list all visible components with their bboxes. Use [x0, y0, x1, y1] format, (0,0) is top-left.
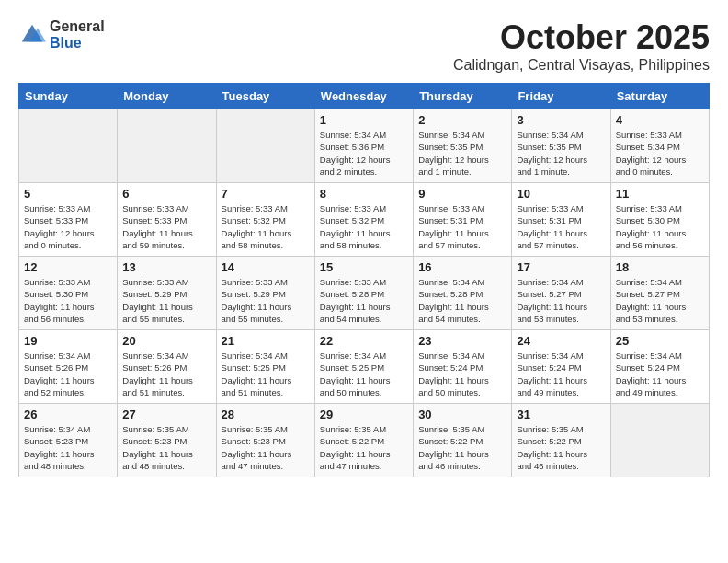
day-number: 2	[418, 113, 506, 127]
week-row-0: 1Sunrise: 5:34 AM Sunset: 5:36 PM Daylig…	[19, 109, 710, 183]
day-info: Sunrise: 5:33 AM Sunset: 5:32 PM Dayligh…	[320, 202, 408, 251]
weekday-header-sunday: Sunday	[19, 84, 118, 109]
calendar-cell: 26Sunrise: 5:34 AM Sunset: 5:23 PM Dayli…	[19, 404, 118, 477]
calendar-cell: 27Sunrise: 5:35 AM Sunset: 5:23 PM Dayli…	[118, 404, 216, 477]
day-info: Sunrise: 5:33 AM Sunset: 5:29 PM Dayligh…	[122, 276, 210, 325]
calendar-cell: 25Sunrise: 5:34 AM Sunset: 5:24 PM Dayli…	[610, 330, 709, 404]
day-number: 1	[320, 113, 408, 127]
day-info: Sunrise: 5:34 AM Sunset: 5:27 PM Dayligh…	[517, 276, 605, 325]
weekday-header-row: SundayMondayTuesdayWednesdayThursdayFrid…	[19, 84, 710, 109]
calendar-cell: 16Sunrise: 5:34 AM Sunset: 5:28 PM Dayli…	[414, 257, 512, 330]
calendar-cell: 5Sunrise: 5:33 AM Sunset: 5:33 PM Daylig…	[19, 183, 118, 257]
week-row-2: 12Sunrise: 5:33 AM Sunset: 5:30 PM Dayli…	[19, 257, 710, 330]
day-info: Sunrise: 5:33 AM Sunset: 5:33 PM Dayligh…	[122, 202, 210, 251]
day-info: Sunrise: 5:34 AM Sunset: 5:26 PM Dayligh…	[122, 350, 210, 398]
calendar-cell: 17Sunrise: 5:34 AM Sunset: 5:27 PM Dayli…	[512, 257, 610, 330]
week-row-1: 5Sunrise: 5:33 AM Sunset: 5:33 PM Daylig…	[19, 183, 710, 257]
calendar-cell	[118, 109, 216, 183]
day-info: Sunrise: 5:35 AM Sunset: 5:22 PM Dayligh…	[320, 423, 408, 472]
calendar-cell: 23Sunrise: 5:34 AM Sunset: 5:24 PM Dayli…	[414, 330, 512, 404]
day-info: Sunrise: 5:35 AM Sunset: 5:23 PM Dayligh…	[122, 423, 210, 472]
weekday-header-saturday: Saturday	[610, 84, 709, 109]
day-info: Sunrise: 5:33 AM Sunset: 5:30 PM Dayligh…	[616, 202, 704, 251]
day-info: Sunrise: 5:33 AM Sunset: 5:29 PM Dayligh…	[222, 276, 310, 325]
day-number: 21	[222, 334, 310, 348]
weekday-header-monday: Monday	[118, 84, 216, 109]
day-info: Sunrise: 5:33 AM Sunset: 5:33 PM Dayligh…	[24, 202, 112, 251]
day-info: Sunrise: 5:34 AM Sunset: 5:23 PM Dayligh…	[24, 423, 112, 472]
calendar-cell: 9Sunrise: 5:33 AM Sunset: 5:31 PM Daylig…	[414, 183, 512, 257]
weekday-header-wednesday: Wednesday	[314, 84, 413, 109]
calendar-cell	[610, 404, 709, 477]
day-number: 19	[24, 334, 112, 348]
day-info: Sunrise: 5:33 AM Sunset: 5:32 PM Dayligh…	[222, 202, 310, 251]
calendar-cell: 30Sunrise: 5:35 AM Sunset: 5:22 PM Dayli…	[414, 404, 512, 477]
day-info: Sunrise: 5:33 AM Sunset: 5:31 PM Dayligh…	[418, 202, 506, 251]
calendar-cell: 1Sunrise: 5:34 AM Sunset: 5:36 PM Daylig…	[314, 109, 413, 183]
day-info: Sunrise: 5:34 AM Sunset: 5:24 PM Dayligh…	[616, 350, 704, 398]
day-number: 29	[320, 408, 408, 421]
calendar-cell: 22Sunrise: 5:34 AM Sunset: 5:25 PM Dayli…	[314, 330, 413, 404]
calendar-cell: 12Sunrise: 5:33 AM Sunset: 5:30 PM Dayli…	[19, 257, 118, 330]
day-info: Sunrise: 5:33 AM Sunset: 5:30 PM Dayligh…	[24, 276, 112, 325]
week-row-4: 26Sunrise: 5:34 AM Sunset: 5:23 PM Dayli…	[19, 404, 710, 477]
day-info: Sunrise: 5:34 AM Sunset: 5:35 PM Dayligh…	[517, 129, 605, 178]
day-number: 17	[517, 260, 605, 274]
calendar-cell: 24Sunrise: 5:34 AM Sunset: 5:24 PM Dayli…	[512, 330, 610, 404]
day-number: 9	[418, 187, 506, 201]
calendar-cell: 14Sunrise: 5:33 AM Sunset: 5:29 PM Dayli…	[216, 257, 314, 330]
day-number: 31	[517, 408, 605, 421]
day-info: Sunrise: 5:34 AM Sunset: 5:35 PM Dayligh…	[418, 129, 506, 178]
logo-blue-text: Blue	[50, 35, 105, 52]
day-number: 8	[320, 187, 408, 201]
day-number: 18	[616, 260, 704, 274]
day-number: 16	[418, 260, 506, 274]
day-info: Sunrise: 5:34 AM Sunset: 5:25 PM Dayligh…	[222, 350, 310, 398]
day-number: 3	[517, 113, 605, 127]
day-number: 15	[320, 260, 408, 274]
day-info: Sunrise: 5:34 AM Sunset: 5:24 PM Dayligh…	[517, 350, 605, 398]
calendar-cell: 15Sunrise: 5:33 AM Sunset: 5:28 PM Dayli…	[314, 257, 413, 330]
weekday-header-friday: Friday	[512, 84, 610, 109]
day-info: Sunrise: 5:33 AM Sunset: 5:34 PM Dayligh…	[616, 129, 704, 178]
logo-general-text: General	[50, 18, 105, 35]
calendar-cell: 29Sunrise: 5:35 AM Sunset: 5:22 PM Dayli…	[314, 404, 413, 477]
weekday-header-thursday: Thursday	[414, 84, 512, 109]
day-number: 4	[616, 113, 704, 127]
day-info: Sunrise: 5:34 AM Sunset: 5:36 PM Dayligh…	[320, 129, 408, 178]
calendar-cell: 19Sunrise: 5:34 AM Sunset: 5:26 PM Dayli…	[19, 330, 118, 404]
day-number: 12	[24, 260, 112, 274]
day-info: Sunrise: 5:33 AM Sunset: 5:28 PM Dayligh…	[320, 276, 408, 325]
day-number: 27	[122, 408, 210, 421]
location-title: Calidngan, Central Visayas, Philippines	[453, 57, 710, 74]
day-info: Sunrise: 5:35 AM Sunset: 5:23 PM Dayligh…	[222, 423, 310, 472]
weekday-header-tuesday: Tuesday	[216, 84, 314, 109]
calendar-cell: 8Sunrise: 5:33 AM Sunset: 5:32 PM Daylig…	[314, 183, 413, 257]
day-info: Sunrise: 5:34 AM Sunset: 5:24 PM Dayligh…	[418, 350, 506, 398]
calendar-cell: 18Sunrise: 5:34 AM Sunset: 5:27 PM Dayli…	[610, 257, 709, 330]
day-info: Sunrise: 5:34 AM Sunset: 5:26 PM Dayligh…	[24, 350, 112, 398]
logo: General Blue	[18, 18, 105, 51]
day-number: 26	[24, 408, 112, 421]
calendar-cell: 11Sunrise: 5:33 AM Sunset: 5:30 PM Dayli…	[610, 183, 709, 257]
calendar-cell: 28Sunrise: 5:35 AM Sunset: 5:23 PM Dayli…	[216, 404, 314, 477]
day-number: 14	[222, 260, 310, 274]
day-number: 7	[222, 187, 310, 201]
day-number: 11	[616, 187, 704, 201]
calendar-cell: 4Sunrise: 5:33 AM Sunset: 5:34 PM Daylig…	[610, 109, 709, 183]
calendar-table: SundayMondayTuesdayWednesdayThursdayFrid…	[18, 83, 710, 477]
day-number: 20	[122, 334, 210, 348]
logo-icon	[18, 21, 46, 49]
day-info: Sunrise: 5:35 AM Sunset: 5:22 PM Dayligh…	[517, 423, 605, 472]
day-info: Sunrise: 5:35 AM Sunset: 5:22 PM Dayligh…	[418, 423, 506, 472]
day-number: 10	[517, 187, 605, 201]
day-number: 24	[517, 334, 605, 348]
calendar-cell: 3Sunrise: 5:34 AM Sunset: 5:35 PM Daylig…	[512, 109, 610, 183]
day-number: 5	[24, 187, 112, 201]
day-number: 13	[122, 260, 210, 274]
week-row-3: 19Sunrise: 5:34 AM Sunset: 5:26 PM Dayli…	[19, 330, 710, 404]
calendar-cell: 6Sunrise: 5:33 AM Sunset: 5:33 PM Daylig…	[118, 183, 216, 257]
calendar-cell	[19, 109, 118, 183]
logo-text: General Blue	[50, 18, 105, 51]
calendar-cell	[216, 109, 314, 183]
